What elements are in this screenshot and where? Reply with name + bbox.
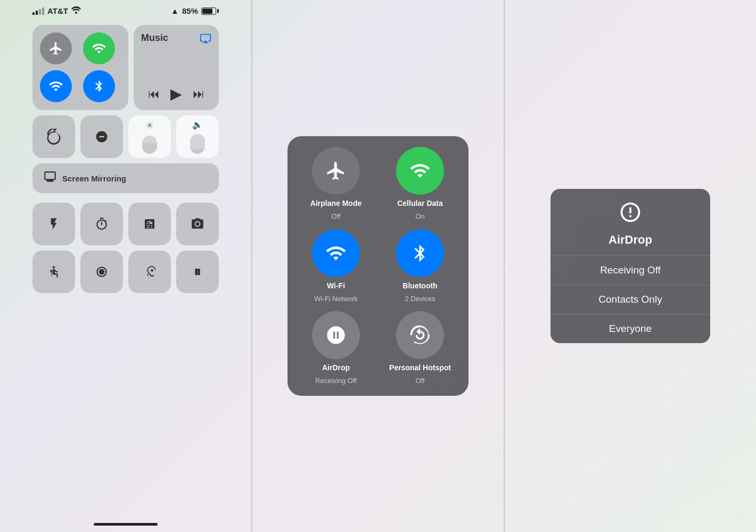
panel-3: AirDrop Receiving Off Contacts Only Ever… [505, 0, 756, 532]
hearing-button[interactable] [128, 251, 171, 293]
camera-button[interactable] [176, 203, 219, 245]
music-title: Music [141, 32, 168, 44]
popup-airplane-mode[interactable]: Airplane Mode Off [298, 147, 374, 220]
signal-bar-1 [32, 12, 35, 15]
screen-mirroring-row: Screen Mirroring [32, 163, 219, 193]
play-button[interactable]: ▶ [170, 85, 182, 103]
popup-bluetooth-sublabel: 2 Devices [405, 295, 435, 303]
popup-cellular-label: Cellular Data [397, 199, 443, 208]
timer-button[interactable] [80, 203, 123, 245]
popup-airplane-label: Airplane Mode [310, 199, 361, 208]
popup-airdrop[interactable]: AirDrop Receiving Off [298, 311, 374, 385]
rotation-lock-button[interactable] [32, 115, 75, 158]
accessibility-button[interactable] [32, 251, 75, 293]
screen-mirroring-label: Screen Mirroring [62, 174, 126, 183]
screen-mirroring-button[interactable]: Screen Mirroring [32, 163, 219, 193]
connectivity-popup-grid: Airplane Mode Off Cellular Data On [298, 147, 458, 385]
svg-point-1 [196, 222, 200, 226]
popup-cellular-sublabel: On [415, 212, 424, 221]
prev-button[interactable]: ⏮ [148, 87, 160, 101]
cc-grid: Music ⏮ ▶ ⏭ [22, 20, 229, 198]
airdrop-menu: AirDrop Receiving Off Contacts Only Ever… [550, 189, 710, 343]
popup-bluetooth-label: Bluetooth [402, 281, 437, 290]
screen-mirroring-icon [43, 170, 57, 187]
airdrop-option-contacts-only[interactable]: Contacts Only [550, 285, 710, 314]
signal-bars [32, 7, 44, 15]
home-indicator [94, 523, 158, 526]
control-center: AT&T ▲ 85% [22, 0, 229, 532]
bottom-grid-row1 [22, 203, 229, 245]
airdrop-icon [619, 201, 642, 229]
popup-hotspot-icon [396, 311, 444, 359]
battery-icon [201, 7, 219, 15]
popup-cellular-data[interactable]: Cellular Data On [382, 147, 458, 220]
music-controls: ⏮ ▶ ⏭ [141, 85, 211, 103]
popup-hotspot-label: Personal Hotspot [389, 363, 451, 372]
cellular-data-button[interactable] [83, 32, 115, 64]
popup-hotspot-sublabel: Off [415, 377, 424, 385]
next-button[interactable]: ⏭ [193, 87, 204, 101]
screen-record-button[interactable] [80, 251, 123, 293]
popup-airdrop-icon [312, 311, 360, 359]
airdrop-title: AirDrop [609, 233, 652, 247]
svg-point-4 [99, 269, 105, 275]
airdrop-option-receiving-off[interactable]: Receiving Off [550, 256, 710, 285]
popup-wifi-icon [312, 229, 360, 277]
popup-airplane-sublabel: Off [331, 212, 340, 221]
second-row: ☀ 🔈 [32, 115, 219, 158]
status-left: AT&T [32, 6, 81, 15]
music-top: Music [141, 32, 211, 47]
popup-airplane-icon [312, 147, 360, 195]
remote-button[interactable] [176, 251, 219, 293]
connectivity-popup: Airplane Mode Off Cellular Data On [287, 136, 469, 395]
svg-point-0 [75, 12, 77, 14]
status-bar: AT&T ▲ 85% [22, 0, 229, 20]
do-not-disturb-button[interactable] [80, 115, 123, 158]
airplay-icon[interactable] [200, 32, 211, 47]
top-row: Music ⏮ ▶ ⏭ [32, 25, 219, 110]
wifi-status-icon [71, 6, 81, 15]
svg-point-5 [151, 269, 153, 272]
popup-wifi[interactable]: Wi-Fi Wi-Fi Network [298, 229, 374, 303]
battery-percent: 85% [182, 6, 198, 15]
popup-hotspot[interactable]: Personal Hotspot Off [382, 311, 458, 385]
popup-bluetooth-icon [396, 229, 444, 277]
popup-cellular-icon [396, 147, 444, 195]
svg-point-2 [53, 266, 55, 268]
panel-2: Airplane Mode Off Cellular Data On [252, 0, 504, 532]
connectivity-panel [32, 25, 128, 110]
signal-bar-3 [39, 9, 41, 15]
location-icon: ▲ [171, 6, 179, 15]
carrier-label: AT&T [47, 6, 68, 15]
popup-bluetooth[interactable]: Bluetooth 2 Devices [382, 229, 458, 303]
signal-bar-2 [36, 11, 38, 15]
flashlight-button[interactable] [32, 203, 75, 245]
music-panel: Music ⏮ ▶ ⏭ [134, 25, 219, 110]
bluetooth-button[interactable] [83, 70, 115, 102]
bottom-grid-row2 [22, 251, 229, 293]
signal-bar-4 [42, 7, 44, 15]
status-right: ▲ 85% [171, 6, 219, 15]
volume-slider[interactable]: 🔈 [176, 115, 219, 158]
wifi-button[interactable] [40, 70, 72, 102]
brightness-slider[interactable]: ☀ [128, 115, 171, 158]
airdrop-option-everyone[interactable]: Everyone [550, 314, 710, 343]
calculator-button[interactable] [128, 203, 171, 245]
popup-wifi-sublabel: Wi-Fi Network [314, 295, 358, 303]
popup-airdrop-sublabel: Receiving Off [315, 377, 357, 385]
airplane-mode-button[interactable] [40, 32, 72, 64]
popup-airdrop-label: AirDrop [322, 363, 350, 372]
airdrop-header: AirDrop [550, 189, 710, 256]
popup-wifi-label: Wi-Fi [327, 281, 345, 290]
panel-1: AT&T ▲ 85% [0, 0, 251, 532]
